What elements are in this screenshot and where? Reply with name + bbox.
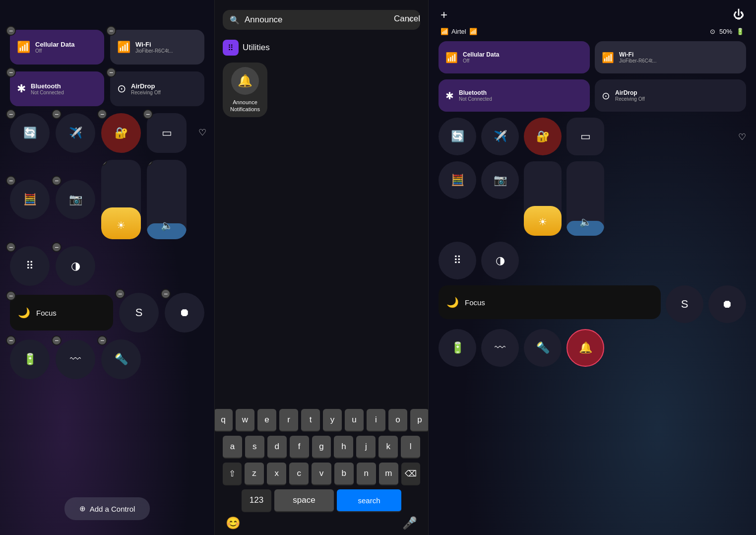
bluetooth-tile[interactable]: − ✱ Bluetooth Not Connected [10,71,104,106]
add-control-button[interactable]: ⊕ Add a Control [64,497,150,520]
key-c[interactable]: c [289,463,309,485]
key-l[interactable]: l [401,436,420,459]
focus-tile[interactable]: − 🌙 Focus [10,295,113,331]
lock-tile[interactable]: − 🔐 [101,113,141,153]
r-record-tile[interactable]: ⏺ [708,285,746,323]
r-airdrop-tile[interactable]: ⊙ AirDrop Receiving Off [595,79,746,112]
key-delete[interactable]: ⌫ [401,463,420,485]
screen-tile[interactable]: − ▭ [147,113,187,153]
airdrop-tile[interactable]: − ⊙ AirDrop Receiving Off [110,71,204,106]
minus-btn-airplane[interactable]: − [52,109,62,119]
r-bluetooth-tile[interactable]: ✱ Bluetooth Not Connected [439,79,590,112]
r-announce-tile[interactable]: 🔔 [567,329,604,367]
battery-tile[interactable]: − 🔋 [10,339,50,379]
key-shift[interactable]: ⇧ [223,463,242,485]
minus-btn-volume[interactable]: − [147,160,153,166]
r-brightness-slider[interactable]: ☀ [524,161,562,236]
key-d[interactable]: d [267,436,287,459]
key-p[interactable]: p [410,409,429,432]
key-search[interactable]: search [337,489,401,512]
invert-tile[interactable]: − ◑ [56,246,95,286]
r-screen-tile[interactable]: ▭ [567,118,604,155]
minus-btn-rotation[interactable]: − [6,109,16,119]
minus-btn-cellular[interactable]: − [6,26,16,36]
r-waveform-tile[interactable]: 〰 [481,329,519,367]
minus-btn-invert[interactable]: − [52,242,62,252]
key-m[interactable]: m [379,463,398,485]
key-r[interactable]: r [279,409,298,432]
key-x[interactable]: x [267,463,286,485]
camera-tile[interactable]: − 📷 [56,180,95,219]
key-s[interactable]: s [245,436,264,459]
minus-btn-camera[interactable]: − [52,176,62,186]
key-f[interactable]: f [290,436,309,459]
key-v[interactable]: v [312,463,331,485]
key-i[interactable]: i [367,409,385,432]
minus-btn-shazam[interactable]: − [115,289,125,299]
key-e[interactable]: e [257,409,276,432]
r-battery-tile[interactable]: 🔋 [439,329,476,367]
minus-btn-calc[interactable]: − [6,176,16,186]
record-tile[interactable]: − ⏺ [165,293,204,333]
key-t[interactable]: t [301,409,320,432]
volume-slider[interactable]: − 🔈 [147,160,187,239]
minus-btn-brightness[interactable]: − [101,160,107,166]
key-z[interactable]: z [245,463,264,485]
emoji-button[interactable]: 😊 [226,516,241,530]
key-q[interactable]: q [214,409,233,432]
r-focus-tile[interactable]: 🌙 Focus [439,285,661,319]
r-invert-tile[interactable]: ◑ [481,242,519,279]
rotation-tile[interactable]: − 🔄 [10,113,50,153]
minus-btn-record[interactable]: − [161,289,171,299]
cellular-tile[interactable]: − 📶 Cellular Data Off [10,30,104,65]
cancel-button[interactable]: Cancel [394,14,420,24]
key-123[interactable]: 123 [242,489,271,512]
minus-btn-qr[interactable]: − [6,242,16,252]
calc-tile[interactable]: − 🧮 [10,180,50,219]
airplane-tile[interactable]: − ✈️ [56,113,95,153]
key-y[interactable]: y [323,409,342,432]
minus-btn-airdrop[interactable]: − [106,67,116,77]
r-qr-tile[interactable]: ⠿ [439,242,476,279]
minus-btn-bluetooth[interactable]: − [6,67,16,77]
key-space[interactable]: space [274,489,334,512]
minus-btn-flashlight[interactable]: − [97,335,107,345]
r-wifi-tile[interactable]: 📶 Wi-Fi JioFiber-R6C4t... [595,41,746,73]
power-icon[interactable]: ⏻ [733,8,744,21]
key-u[interactable]: u [345,409,364,432]
minus-btn-focus[interactable]: − [6,291,16,301]
mic-button[interactable]: 🎤 [402,516,417,530]
brightness-slider[interactable]: − ☀ [101,160,141,239]
r-lock-tile[interactable]: 🔐 [524,118,562,155]
key-g[interactable]: g [312,436,331,459]
announce-tile[interactable]: 🔔 Announce Notifications [223,63,267,117]
minus-btn-battery[interactable]: − [6,335,16,345]
add-icon[interactable]: + [441,8,447,22]
key-k[interactable]: k [378,436,398,459]
qr-tile[interactable]: − ⠿ [10,246,50,286]
key-h[interactable]: h [334,436,353,459]
r-airplane-tile[interactable]: ✈️ [481,118,519,155]
r-rotation-tile[interactable]: 🔄 [439,118,476,155]
key-j[interactable]: j [356,436,376,459]
r-camera-tile[interactable]: 📷 [481,161,519,199]
minus-btn-wifi[interactable]: − [106,26,116,36]
shazam-tile[interactable]: − S [119,293,159,333]
r-shazam-tile[interactable]: S [666,285,703,323]
r-cellular-tile[interactable]: 📶 Cellular Data Off [439,41,590,73]
key-b[interactable]: b [334,463,354,485]
search-bar[interactable]: 🔍 ✕ [223,10,420,30]
r-flashlight-tile[interactable]: 🔦 [524,329,562,367]
key-n[interactable]: n [357,463,376,485]
r-volume-slider[interactable]: 🔈 [567,161,604,236]
key-o[interactable]: o [388,409,407,432]
minus-btn-lock[interactable]: − [97,109,107,119]
waveform-tile[interactable]: − 〰 [56,339,95,379]
wifi-tile[interactable]: − 📶 Wi-Fi JioFiber-R6C4t... [110,30,204,65]
minus-btn-screen[interactable]: − [143,109,153,119]
key-a[interactable]: a [223,436,242,459]
minus-btn-waveform[interactable]: − [52,335,62,345]
flashlight-tile[interactable]: − 🔦 [101,339,141,379]
r-calc-tile[interactable]: 🧮 [439,161,476,199]
search-input[interactable] [245,15,402,25]
